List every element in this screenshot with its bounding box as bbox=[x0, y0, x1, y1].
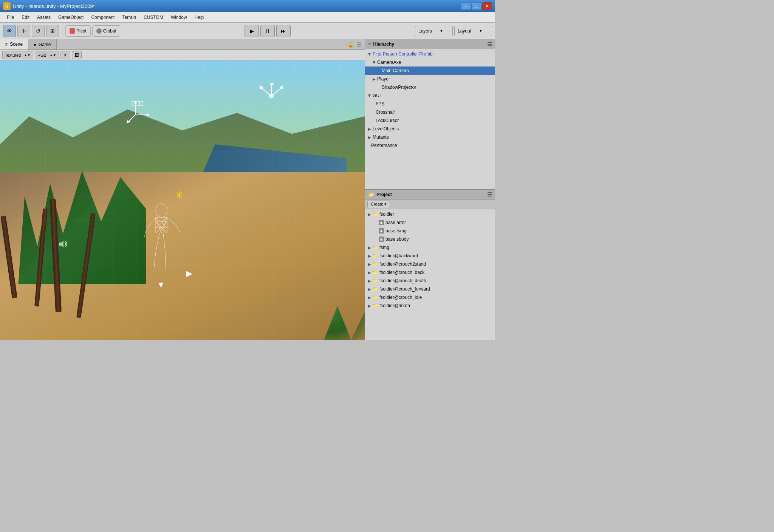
app-icon: U bbox=[3, 2, 11, 10]
hierarchy-item-mutants[interactable]: ▶ Mutants bbox=[365, 133, 495, 141]
menu-help[interactable]: Help bbox=[191, 13, 208, 22]
move-handle-gizmo bbox=[120, 100, 150, 131]
hierarchy-menu-icon[interactable]: ☰ bbox=[487, 41, 492, 47]
project-item-fsoldier-crouch-death[interactable]: ▶ 📁 fsoldier@crouch_death bbox=[365, 277, 495, 285]
create-label: Create ▾ bbox=[371, 202, 387, 207]
svg-text:Y: Y bbox=[259, 85, 261, 88]
tab-game[interactable]: ● Game bbox=[28, 39, 56, 49]
project-item-fsoldier-crouch2stand[interactable]: ▶ 📁 fsoldier@crouch2stand bbox=[365, 260, 495, 268]
project-item-fsoldier-crouch-forward[interactable]: ▶ 📁 fsoldier@crouch_forward bbox=[365, 285, 495, 293]
project-item-fsoldier-crouch-idle[interactable]: ▶ 📁 fsoldier@crouch_idle bbox=[365, 293, 495, 302]
hierarchy-item-main-camera[interactable]: Main Camera bbox=[365, 66, 495, 75]
create-button[interactable]: Create ▾ bbox=[367, 201, 390, 208]
hierarchy-item-fps[interactable]: FPS bbox=[365, 100, 495, 108]
wireframe-character bbox=[139, 203, 184, 278]
expand-arrow-icon: ▶ bbox=[368, 262, 371, 266]
hierarchy-item-crosshair[interactable]: Crosshair bbox=[365, 108, 495, 116]
menu-custom[interactable]: CUSTOM bbox=[140, 13, 167, 22]
menu-assets[interactable]: Assets bbox=[33, 13, 54, 22]
folder-icon: 📁 bbox=[372, 278, 378, 283]
eye-tool-button[interactable]: 👁 bbox=[3, 25, 16, 37]
layers-dropdown[interactable]: Layers ▼ bbox=[415, 26, 453, 36]
tab-scene[interactable]: # Scene bbox=[0, 39, 28, 49]
project-item-base-fsmg[interactable]: ▣ base.fsmg bbox=[365, 227, 495, 235]
project-item-base-sbody[interactable]: ▣ base.sbody bbox=[365, 235, 495, 243]
file-icon: ▣ bbox=[379, 228, 384, 234]
menu-gameobject[interactable]: GameObject bbox=[54, 13, 87, 22]
play-controls: ▶ ⏸ ⏭ bbox=[245, 25, 291, 37]
menu-edit[interactable]: Edit bbox=[18, 13, 33, 22]
project-item-fsoldier-death[interactable]: ▶ 📁 fsoldier@death bbox=[365, 302, 495, 310]
minimize-button[interactable]: ─ bbox=[461, 2, 471, 10]
hierarchy-item-cameraaxe[interactable]: ▶ CameraAxe bbox=[365, 58, 495, 66]
hierarchy-item-levelobjects[interactable]: ▶ LevelObjects bbox=[365, 125, 495, 133]
project-panel: 📁 Project ☰ Create ▾ ▶ 📁 fsoldier ▣ bas bbox=[365, 190, 495, 340]
scene-viewport[interactable]: X Y Z bbox=[0, 60, 365, 340]
project-menu-icon[interactable]: ☰ bbox=[487, 192, 492, 198]
transform-gizmo: X Y Z bbox=[258, 83, 285, 109]
pivot-icon bbox=[70, 28, 75, 34]
folder-icon: 📁 bbox=[372, 270, 378, 275]
project-item-fsoldier-crouch-back[interactable]: ▶ 📁 fsoldier@crouch_back bbox=[365, 268, 495, 277]
hierarchy-item-performance[interactable]: Performance bbox=[365, 141, 495, 150]
close-button[interactable]: ✕ bbox=[482, 2, 492, 10]
render-mode-select[interactable]: Textured ▲▼ bbox=[2, 51, 33, 59]
tab-menu-icon[interactable]: ☰ bbox=[356, 41, 362, 48]
sun-icon-button[interactable]: ☀ bbox=[60, 51, 70, 59]
global-button[interactable]: Global bbox=[92, 25, 121, 37]
pause-button[interactable]: ⏸ bbox=[260, 25, 275, 37]
folder-icon: 📁 bbox=[372, 245, 378, 250]
menu-file[interactable]: File bbox=[3, 13, 18, 22]
hierarchy-item-shadow-projector[interactable]: ShadowProjector bbox=[365, 83, 495, 91]
pivot-label: Pivot bbox=[76, 28, 87, 34]
menu-window[interactable]: Window bbox=[167, 13, 191, 22]
svg-line-32 bbox=[163, 233, 165, 252]
pivot-button[interactable]: Pivot bbox=[65, 25, 91, 37]
move-tool-button[interactable]: ✛ bbox=[17, 25, 30, 37]
maximize-button[interactable]: □ bbox=[472, 2, 481, 10]
hierarchy-item-label: Main Camera bbox=[382, 68, 409, 73]
main-content: # Scene ● Game 🔒 ☰ Textured ▲▼ RGB ▲▼ ☀ bbox=[0, 39, 495, 340]
project-item-fsoldier[interactable]: ▶ 📁 fsoldier bbox=[365, 210, 495, 218]
color-mode-select[interactable]: RGB ▲▼ bbox=[35, 51, 59, 59]
layout-dropdown[interactable]: Layout ▼ bbox=[454, 26, 492, 36]
rotate-tool-button[interactable]: ↺ bbox=[32, 25, 45, 37]
hierarchy-item-gui[interactable]: ▶ GUI bbox=[365, 91, 495, 100]
menu-component[interactable]: Component bbox=[87, 13, 118, 22]
folder-icon: 📁 bbox=[372, 261, 378, 267]
layers-arrow-icon: ▼ bbox=[440, 29, 443, 33]
tab-lock-icon[interactable]: 🔒 bbox=[347, 41, 354, 48]
separator-1 bbox=[62, 25, 62, 37]
svg-line-27 bbox=[144, 229, 146, 237]
folder-icon: 📁 bbox=[372, 212, 378, 217]
step-button[interactable]: ⏭ bbox=[276, 25, 291, 37]
project-item-fsmg[interactable]: ▶ 📁 fsmg bbox=[365, 243, 495, 252]
layers-label: Layers bbox=[418, 28, 432, 34]
expand-arrow-icon: ▶ bbox=[368, 304, 371, 308]
image-icon-button[interactable]: 🖼 bbox=[72, 51, 82, 59]
expand-arrow-icon: ▶ bbox=[368, 127, 371, 131]
project-item-label: base.sbody bbox=[385, 237, 409, 242]
project-item-base-armr[interactable]: ▣ base.armr bbox=[365, 218, 495, 227]
hierarchy-item-player[interactable]: ▶ Player bbox=[365, 75, 495, 83]
project-item-label: fsoldier bbox=[379, 212, 394, 217]
scene-tab-label: Scene bbox=[10, 42, 23, 47]
hierarchy-list: ▶ First Person Controller Prefab ▶ Camer… bbox=[365, 49, 495, 189]
hierarchy-item-label: Player bbox=[377, 76, 390, 82]
hierarchy-item-fps-controller[interactable]: ▶ First Person Controller Prefab bbox=[365, 50, 495, 58]
game-tab-label: Game bbox=[39, 42, 51, 47]
svg-line-9 bbox=[271, 88, 281, 96]
hierarchy-item-lockcursor[interactable]: LockCursor bbox=[365, 116, 495, 125]
hierarchy-item-label: First Person Controller Prefab bbox=[373, 51, 433, 57]
hierarchy-header: ≡ Hierarchy ☰ bbox=[365, 39, 495, 49]
play-button[interactable]: ▶ bbox=[245, 25, 259, 37]
project-item-label: fsoldier@death bbox=[379, 303, 410, 308]
project-item-fsoldier-backward[interactable]: ▶ 📁 fsoldier@backward bbox=[365, 252, 495, 260]
hierarchy-item-label: LockCursor bbox=[376, 118, 399, 123]
hierarchy-item-label: Performance bbox=[371, 143, 397, 148]
project-item-label: fsmg bbox=[379, 245, 389, 250]
menu-terrain[interactable]: Terrain bbox=[118, 13, 140, 22]
scale-tool-button[interactable]: ⊞ bbox=[46, 25, 59, 37]
file-icon: ▣ bbox=[379, 237, 384, 242]
svg-line-28 bbox=[167, 218, 176, 226]
